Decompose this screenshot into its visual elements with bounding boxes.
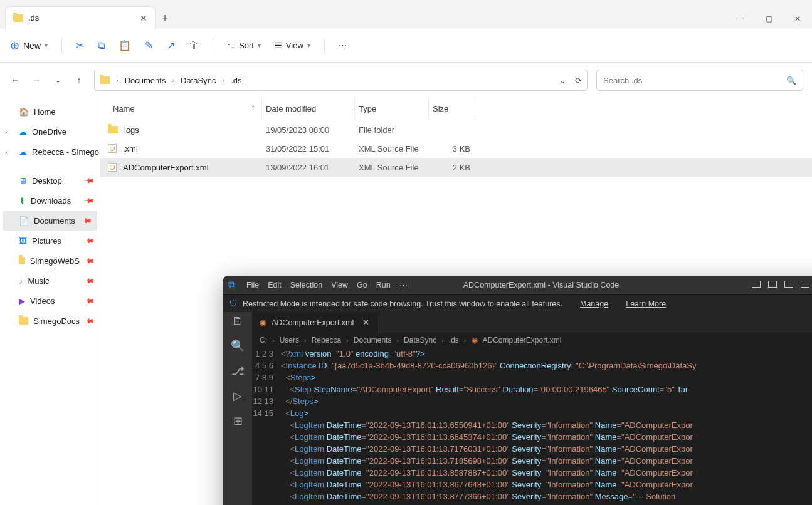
sidebar-item-onedrive[interactable]: ›☁OneDrive [0, 122, 100, 142]
chevron-down-icon: ▾ [307, 42, 310, 49]
minimize-button[interactable]: — [725, 9, 754, 29]
new-tab-button[interactable]: + [156, 12, 174, 29]
column-headers: Name˄ Date modified Type Size [100, 98, 812, 120]
tab-close-button[interactable]: ✕ [140, 13, 147, 23]
share-icon[interactable]: ↗ [167, 39, 175, 51]
window-tab[interactable]: .ds ✕ [5, 6, 156, 29]
sidebar-item-label: Documents [34, 216, 75, 226]
close-window-button[interactable]: ✕ [783, 9, 812, 29]
sidebar-item-label: Videos [30, 296, 55, 306]
menu-edit[interactable]: Edit [268, 281, 282, 290]
chevron-right-icon: › [222, 76, 224, 84]
search-box[interactable]: 🔍 [596, 70, 803, 91]
maximize-button[interactable]: ▢ [754, 9, 783, 29]
back-button[interactable]: ← [9, 75, 21, 85]
forward-button[interactable]: → [30, 75, 43, 85]
delete-icon[interactable]: 🗑 [189, 40, 199, 51]
breadcrumb-item[interactable]: .ds [231, 76, 241, 85]
crumb[interactable]: Rebecca [312, 336, 341, 345]
address-bar[interactable]: › Documents › DataSync › .ds ⌄ ⟳ [94, 70, 588, 91]
crumb[interactable]: .ds [449, 336, 459, 345]
sidebar-item-rebecca[interactable]: ›☁Rebecca - Simego [0, 142, 100, 162]
crumb[interactable]: ADComputerExport.xml [483, 336, 562, 345]
column-size[interactable]: Size [429, 98, 475, 120]
sort-label: Sort [239, 41, 254, 50]
address-chevron-icon[interactable]: ⌄ [559, 76, 566, 85]
view-button[interactable]: ☰ View ▾ [275, 41, 310, 50]
menu-run[interactable]: Run [376, 281, 391, 290]
breadcrumb-item[interactable]: DataSync [181, 76, 216, 85]
copy-icon[interactable]: ⧉ [98, 40, 105, 51]
more-button[interactable]: ⋯ [339, 41, 347, 50]
sidebar-item-home[interactable]: 🏠Home [0, 102, 100, 122]
layout-icon[interactable] [768, 281, 777, 288]
manage-link[interactable]: Manage [580, 299, 608, 308]
cut-icon[interactable]: ✂ [76, 39, 84, 51]
tab-close-button[interactable]: ✕ [362, 318, 369, 327]
sidebar-item-label: Pictures [32, 236, 61, 246]
layout-icon[interactable] [752, 281, 761, 288]
layout-icon[interactable] [784, 281, 793, 288]
sidebar-item-desktop[interactable]: 🖥Desktop📌 [0, 170, 100, 190]
sidebar-item-pictures[interactable]: 🖼Pictures📌 [0, 231, 100, 251]
menu-go[interactable]: Go [357, 281, 367, 290]
file-row[interactable]: logs19/05/2023 08:00File folder [100, 120, 812, 139]
sidebar-item-music[interactable]: ♪Music📌 [0, 271, 100, 291]
search-input[interactable] [603, 76, 786, 85]
extensions-icon[interactable]: ⊞ [233, 414, 243, 428]
column-name[interactable]: Name˄ [100, 98, 262, 120]
file-date: 31/05/2022 15:01 [262, 144, 355, 154]
file-size: 3 KB [429, 144, 475, 154]
file-row[interactable]: ADComputerExport.xml13/09/2022 16:01XML … [100, 158, 812, 177]
sidebar-item-simegodocs[interactable]: SimegoDocs📌 [0, 311, 100, 331]
column-date[interactable]: Date modified [262, 98, 355, 120]
vscode-titlebar[interactable]: ⧉ File Edit Selection View Go Run ⋯ ADCo… [223, 276, 812, 294]
breadcrumb-item[interactable]: Documents [125, 76, 166, 85]
file-row[interactable]: .xml31/05/2022 15:01XML Source File3 KB [100, 139, 812, 158]
explorer-sidebar: 🏠Home ›☁OneDrive ›☁Rebecca - Simego 🖥Des… [0, 98, 100, 505]
sidebar-item-documents[interactable]: 📄Documents📌 [3, 211, 97, 231]
sidebar-item-downloads[interactable]: ⬇Downloads📌 [0, 190, 100, 211]
sidebar-item-simegoweb[interactable]: SimegoWebS📌 [0, 251, 100, 271]
sort-button[interactable]: ↑↓ Sort ▾ [227, 41, 261, 50]
learn-more-link[interactable]: Learn More [626, 299, 666, 308]
crumb[interactable]: Documents [354, 336, 392, 345]
chevron-down-icon: ▾ [258, 42, 261, 49]
explorer-toolbar: ⊕ New ▾ ✂ ⧉ 📋 ✎ ↗ 🗑 ↑↓ Sort ▾ ☰ View ▾ ⋯ [0, 29, 812, 63]
crumb[interactable]: Users [280, 336, 299, 345]
crumb[interactable]: DataSync [404, 336, 436, 345]
explorer-icon[interactable]: 🗎 [232, 315, 243, 328]
editor-tab[interactable]: ◉ ADComputerExport.xml ✕ [252, 312, 377, 333]
editor-breadcrumbs[interactable]: C:› Users› Rebecca› Documents› DataSync›… [252, 333, 812, 348]
line-gutter: 1 2 3 4 5 6 7 8 9 10 11 12 13 14 15 [252, 348, 281, 505]
search-icon[interactable]: 🔍 [231, 339, 245, 353]
rename-icon[interactable]: ✎ [145, 39, 153, 51]
menu-file[interactable]: File [246, 281, 259, 290]
crumb[interactable]: C: [260, 336, 267, 345]
sort-asc-icon: ˄ [251, 105, 255, 113]
recent-button[interactable]: ⌄ [51, 76, 64, 85]
code-editor[interactable]: 1 2 3 4 5 6 7 8 9 10 11 12 13 14 15 <?xm… [252, 348, 812, 505]
file-type: XML Source File [355, 163, 429, 172]
refresh-icon[interactable]: ⟳ [575, 76, 582, 85]
toolbar-separator [61, 38, 62, 53]
column-type[interactable]: Type [355, 98, 429, 120]
new-button[interactable]: ⊕ New ▾ [10, 39, 48, 53]
menu-more[interactable]: ⋯ [399, 281, 408, 290]
search-icon[interactable]: 🔍 [786, 76, 796, 85]
paste-icon[interactable]: 📋 [119, 39, 131, 51]
sidebar-item-videos[interactable]: ▶Videos📌 [0, 291, 100, 311]
sidebar-item-label: Rebecca - Simego [32, 147, 99, 157]
menu-view[interactable]: View [331, 281, 348, 290]
file-date: 13/09/2022 16:01 [262, 163, 355, 172]
menu-selection[interactable]: Selection [290, 281, 322, 290]
chevron-right-icon[interactable]: › [5, 128, 8, 135]
up-button[interactable]: ↑ [73, 75, 85, 85]
code-lines[interactable]: <?xml version="1.0" encoding="utf-8"?> <… [281, 348, 697, 505]
pictures-icon: 🖼 [19, 236, 27, 246]
sidebar-item-label: OneDrive [32, 127, 66, 137]
layout-icon[interactable] [801, 281, 809, 288]
chevron-right-icon[interactable]: › [5, 148, 8, 155]
source-control-icon[interactable]: ⎇ [231, 364, 245, 378]
debug-icon[interactable]: ▷ [233, 389, 242, 403]
